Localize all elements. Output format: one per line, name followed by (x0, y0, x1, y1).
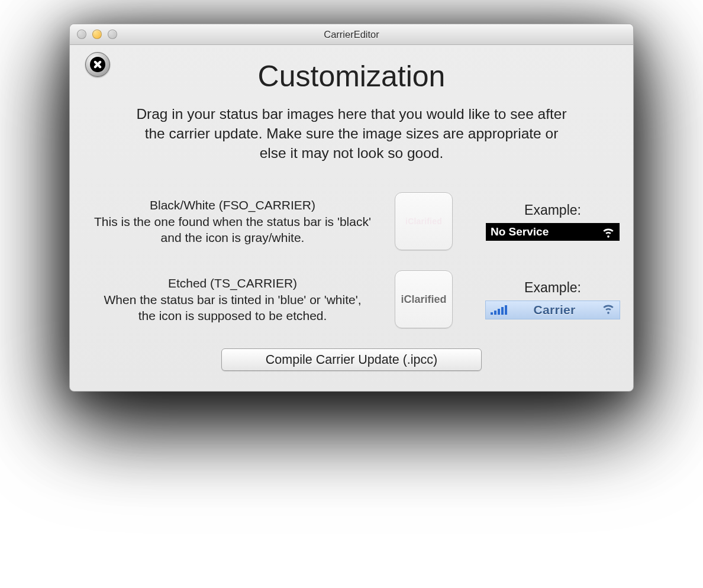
etched-description: Etched (TS_CARRIER) When the status bar … (93, 275, 372, 324)
etched-example-status-text: Carrier (534, 303, 576, 317)
bw-example-label: Example: (476, 202, 630, 218)
compile-button[interactable]: Compile Carrier Update (.ipcc) (221, 348, 482, 371)
etched-drop-preview: iClarified (401, 293, 446, 306)
wifi-icon (602, 302, 615, 318)
bw-drop-target[interactable]: iClarified (395, 192, 453, 250)
wifi-icon (602, 225, 615, 238)
content-area: Customization Drag in your status bar im… (70, 45, 633, 391)
bw-description: Black/White (FSO_CARRIER) This is the on… (93, 197, 372, 245)
etched-desc-text: When the status bar is tinted in 'blue' … (104, 293, 361, 322)
bw-example-statusbar: No Service (486, 223, 620, 241)
page-title: Customization (93, 59, 610, 93)
bw-desc-text: This is the one found when the status ba… (94, 215, 371, 244)
traffic-lights (70, 30, 117, 39)
app-window: CarrierEditor Customization Drag in your… (69, 24, 634, 392)
etched-label: Etched (TS_CARRIER) (93, 275, 372, 291)
signal-bars-icon (491, 305, 507, 315)
bw-drop-preview: iClarified (405, 217, 442, 226)
row-black-white: Black/White (FSO_CARRIER) This is the on… (93, 192, 610, 250)
bw-label: Black/White (FSO_CARRIER) (93, 197, 372, 213)
titlebar[interactable]: CarrierEditor (70, 24, 633, 45)
etched-drop-target[interactable]: iClarified (395, 270, 453, 328)
close-icon[interactable] (85, 52, 110, 77)
row-etched: Etched (TS_CARRIER) When the status bar … (93, 270, 610, 328)
etched-example-statusbar: Carrier (485, 301, 620, 319)
instructions-text: Drag in your status bar images here that… (133, 104, 570, 163)
bw-example: Example: No Service (476, 202, 630, 241)
etched-example: Example: Carrier (476, 280, 630, 319)
minimize-window-button[interactable] (92, 30, 102, 39)
etched-example-label: Example: (476, 280, 630, 296)
window-title: CarrierEditor (70, 29, 633, 40)
bw-example-status-text: No Service (491, 225, 549, 238)
close-window-button[interactable] (77, 30, 86, 39)
zoom-window-button[interactable] (108, 30, 117, 39)
